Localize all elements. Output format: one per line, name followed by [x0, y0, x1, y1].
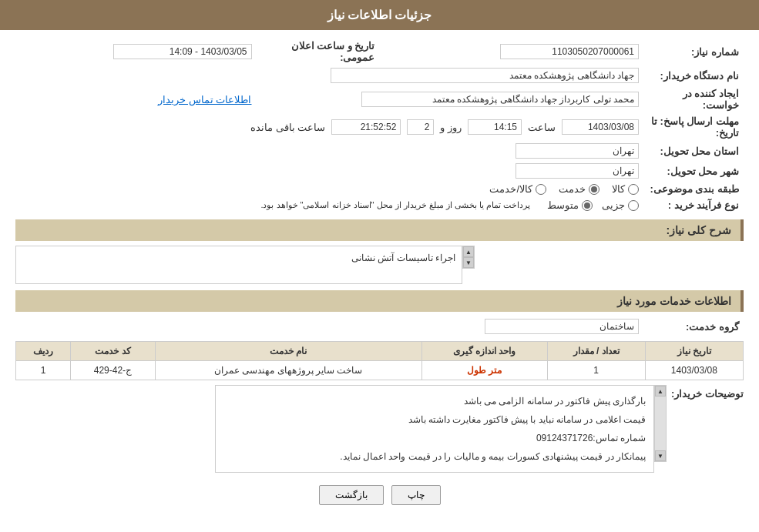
mohlat-roz-label: روز و	[440, 122, 462, 133]
ostan-value: تهران	[15, 141, 643, 161]
radio-kala: کالا	[612, 183, 639, 195]
tawzih-line: شماره تماس:09124371726	[223, 429, 646, 447]
tabaqe-radio-group: کالا خدمت کالا/خدمت	[20, 183, 639, 195]
radio-motevaset: متوسط	[547, 199, 593, 211]
khadamat-header: اطلاعات خدمات مورد نیاز	[617, 295, 731, 307]
tawzih-line: قیمت اعلامی در سامانه نباید با پیش فاکتو…	[223, 410, 646, 429]
nowFarayand-value: جزیی متوسط پرداخت تمام یا بخشی از مبلغ خ…	[15, 197, 643, 213]
page-title: جزئیات اطلاعات نیاز	[327, 8, 432, 22]
th-kodKhedmat: کد خدمت	[71, 342, 156, 361]
shomareNiaz-input: 1103050207000061	[500, 44, 639, 59]
td-kodKhedmat: ج-42-429	[71, 361, 156, 380]
th-namKhedmat: نام خدمت	[155, 342, 421, 361]
td-tedad: 1	[547, 361, 645, 380]
shomareNiaz-value: 1103050207000061	[403, 38, 644, 65]
namDastgah-label: نام دستگاه خریدار:	[643, 65, 744, 85]
nowFarayand-label: نوع فرآیند خرید :	[643, 197, 744, 213]
radio-khedmat-label: خدمت	[559, 183, 586, 195]
ostan-input: تهران	[516, 143, 639, 159]
tawzih-row: توضیحات خریدار: ▲ ▼ بارگذاری پیش فاکتور …	[15, 385, 744, 473]
td-tarikh: 1403/03/08	[645, 361, 743, 380]
th-vahad: واحد اندازه گیری	[421, 342, 547, 361]
ijadKonnande-input: محمد تولی کاربرداز جهاد دانشگاهی پژوهشکد…	[361, 92, 639, 107]
groheKhedmat-label: گروه خدمت:	[643, 316, 744, 336]
page-header: جزئیات اطلاعات نیاز	[0, 0, 759, 30]
mohlat-saat-label: ساعت	[528, 122, 556, 133]
namDastgah-value: جهاد دانشگاهی پژوهشکده معتمد	[15, 65, 643, 85]
tabaqe-radios: کالا خدمت کالا/خدمت	[15, 181, 643, 197]
mohlat-baqi: ساعت باقی مانده	[250, 122, 325, 133]
radio-kala-khedmat-label: کالا/خدمت	[489, 183, 532, 195]
tarikh-label: تاریخ و ساعت اعلان عمومی:	[257, 38, 380, 65]
sharh-input[interactable]: اجراء تاسیسات آتش نشانی	[15, 246, 462, 284]
radio-khedmat: خدمت	[559, 183, 599, 195]
btn-row: چاپ بازگشت	[15, 485, 744, 505]
top-info-table: شماره نیاز: 1103050207000061 تاریخ و ساع…	[15, 38, 744, 213]
tarikh-value: 1403/03/05 - 14:09	[15, 38, 257, 65]
tawzih-scroll-up[interactable]: ▲	[655, 386, 666, 396]
th-tedad: تعداد / مقدار	[547, 342, 645, 361]
sharh-scrollbar: ▲ ▼	[462, 246, 475, 269]
mohlat-label: مهلت ارسال پاسخ: تا تاریخ:	[643, 113, 744, 141]
radio-khedmat-circle[interactable]	[589, 184, 599, 195]
mohlat-date-input: 1403/03/08	[562, 119, 639, 135]
radio-jozi-circle[interactable]	[628, 200, 639, 211]
scroll-up[interactable]: ▲	[463, 246, 474, 257]
radio-motevaset-label: متوسط	[547, 199, 579, 211]
td-namKhedmat: ساخت سایر پروژههای مهندسی عمران	[155, 361, 421, 380]
th-tarikh: تاریخ نیاز	[645, 342, 743, 361]
mohlat-saat-input: 21:52:52	[331, 119, 401, 135]
khadamat-section-header: اطلاعات خدمات مورد نیاز	[15, 290, 744, 312]
radio-kala-circle[interactable]	[628, 184, 639, 195]
bazgasht-button[interactable]: بازگشت	[319, 485, 384, 505]
mohlat-roz-input: 2	[407, 119, 434, 135]
td-vahadAndaze: متر طول	[421, 361, 547, 380]
namDastgah-input: جهاد دانشگاهی پژوهشکده معتمد	[331, 68, 639, 83]
sharh-box-wrap: ▲ ▼ اجراء تاسیسات آتش نشانی	[15, 246, 475, 284]
ijadKonnande-label: ایجاد کننده در خواست:	[643, 85, 744, 113]
shomareNiaz-label: شماره نیاز:	[643, 38, 744, 65]
groheKhedmat-value: ساختمان	[15, 316, 643, 336]
td-radif: 1	[16, 361, 71, 380]
chap-button[interactable]: چاپ	[391, 485, 441, 505]
etela-link[interactable]: اطلاعات تماس خریدار	[158, 94, 251, 105]
shahr-value: تهران	[15, 161, 643, 181]
ostan-label: استان محل تحویل:	[643, 141, 744, 161]
radio-kala-khedmat: کالا/خدمت	[489, 183, 546, 195]
tarikh-input: 1403/03/05 - 14:09	[113, 44, 252, 59]
sharh-label: شرح کلی نیاز:	[667, 224, 731, 236]
groheKhedmat-input: ساختمان	[485, 319, 639, 334]
tawzih-label: توضیحات خریدار:	[667, 385, 744, 400]
shahr-label: شهر محل تحویل:	[643, 161, 744, 181]
mohlat-time-input: 14:15	[468, 119, 522, 135]
tawzih-line: بارگذاری پیش فاکتور در سامانه الزامی می …	[223, 392, 646, 410]
sharh-section-header: شرح کلی نیاز:	[15, 219, 744, 241]
scroll-down[interactable]: ▼	[463, 257, 474, 268]
radio-jozi-label: جزیی	[602, 199, 625, 211]
tawzih-box-wrap: ▲ ▼ بارگذاری پیش فاکتور در سامانه الزامی…	[215, 385, 667, 473]
shahr-input: تهران	[516, 163, 639, 179]
grohe-khedmat-table: گروه خدمت: ساختمان	[15, 316, 744, 336]
scrollbar-v[interactable]: ▲ ▼	[462, 246, 475, 269]
ijadKonnande-value: محمد تولی کاربرداز جهاد دانشگاهی پژوهشکد…	[257, 85, 644, 113]
tawzih-input[interactable]: بارگذاری پیش فاکتور در سامانه الزامی می …	[215, 385, 654, 473]
radio-kala-khedmat-circle[interactable]	[536, 184, 546, 195]
tawzih-scroll-down[interactable]: ▼	[655, 450, 666, 461]
services-table: تاریخ نیاز تعداد / مقدار واحد اندازه گیر…	[15, 341, 744, 380]
tawzih-line: پیمانکار در قیمت پیشنهادی کسورات بیمه و …	[223, 447, 646, 466]
page-container: جزئیات اطلاعات نیاز شماره نیاز: 11030502…	[0, 0, 759, 532]
sharh-area: ▲ ▼ اجراء تاسیسات آتش نشانی	[15, 246, 744, 284]
mohlat-value: 1403/03/08 ساعت 14:15 روز و 2 21:52:52 س…	[15, 113, 643, 141]
sharh-value: اجراء تاسیسات آتش نشانی	[351, 253, 455, 263]
radio-jozi: جزیی	[602, 199, 639, 211]
tabaqe-label: طبقه بندی موضوعی:	[643, 181, 744, 197]
main-content: شماره نیاز: 1103050207000061 تاریخ و ساع…	[0, 30, 759, 513]
th-radif: ردیف	[16, 342, 71, 361]
etela-link-cell: اطلاعات تماس خریدار	[15, 85, 257, 113]
table-row: 1403/03/081متر طولساخت سایر پروژههای مهن…	[16, 361, 744, 380]
tawzih-scrollbar[interactable]: ▲ ▼	[654, 385, 667, 462]
radio-motevaset-circle[interactable]	[582, 200, 593, 211]
nowFarayand-note: پرداخت تمام یا بخشی از مبلغ خریدار از مح…	[260, 200, 530, 210]
radio-kala-label: کالا	[612, 183, 625, 195]
